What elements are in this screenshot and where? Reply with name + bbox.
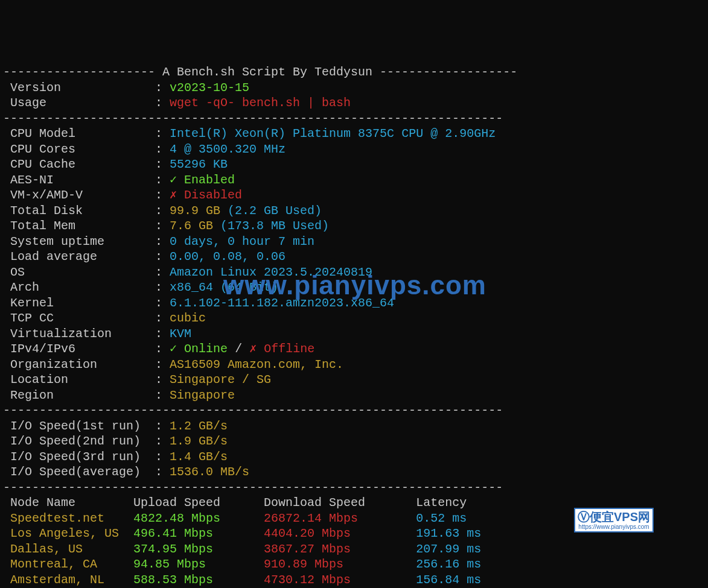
io-speed-row: I/O Speed(3rd run) : 1.4 GB/s [3, 449, 708, 465]
sysinfo-row: Virtualization : KVM [3, 326, 708, 342]
sysinfo-row: CPU Cores : 4 @ 3500.320 MHz [3, 142, 708, 157]
io-speed-row: I/O Speed(average) : 1536.0 MB/s [3, 464, 708, 480]
badge-logo-icon: Ⓥ [578, 510, 590, 523]
sysinfo-row: System uptime : 0 days, 0 hour 7 min [3, 234, 708, 250]
header-title: --------------------- A Bench.sh Script … [3, 65, 708, 80]
version-line: Version : v2023-10-15 [3, 80, 708, 96]
site-badge: Ⓥ便宜VPS网 https://www.pianyivps.com [574, 508, 654, 533]
watermark-text: www.pianyivps.com [223, 277, 486, 293]
badge-url: https://www.pianyivps.com [578, 523, 650, 530]
sysinfo-row: Total Mem : 7.6 GB (173.8 MB Used) [3, 218, 708, 234]
divider: ----------------------------------------… [3, 111, 708, 127]
sysinfo-row: VM-x/AMD-V : ✗ Disabled [3, 188, 708, 203]
sysinfo-row: Region : Singapore [3, 388, 708, 403]
sysinfo-row: CPU Cache : 55296 KB [3, 157, 708, 172]
speedtest-row: Montreal, CA 94.85 Mbps 910.89 Mbps 256.… [3, 557, 708, 572]
sysinfo-row: Organization : AS16509 Amazon.com, Inc. [3, 357, 708, 373]
speedtest-row: Amsterdam, NL 588.53 Mbps 4730.12 Mbps 1… [3, 572, 708, 588]
sysinfo-row: TCP CC : cubic [3, 311, 708, 326]
sysinfo-row: Total Disk : 99.9 GB (2.2 GB Used) [3, 203, 708, 219]
usage-line: Usage : wget -qO- bench.sh | bash [3, 95, 708, 111]
io-speed-row: I/O Speed(2nd run) : 1.9 GB/s [3, 434, 708, 449]
divider: ----------------------------------------… [3, 403, 708, 419]
sysinfo-row: CPU Model : Intel(R) Xeon(R) Platinum 83… [3, 126, 708, 142]
badge-name: 便宜VPS网 [590, 510, 650, 523]
divider: ----------------------------------------… [3, 480, 708, 496]
sysinfo-row: Load average : 0.00, 0.08, 0.06 [3, 249, 708, 265]
sysinfo-row: AES-NI : ✓ Enabled [3, 172, 708, 188]
io-speed-row: I/O Speed(1st run) : 1.2 GB/s [3, 419, 708, 434]
sysinfo-row: Location : Singapore / SG [3, 372, 708, 388]
speedtest-row: Dallas, US 374.95 Mbps 3867.27 Mbps 207.… [3, 542, 708, 557]
sysinfo-row: IPv4/IPv6 : ✓ Online / ✗ Offline [3, 341, 708, 357]
